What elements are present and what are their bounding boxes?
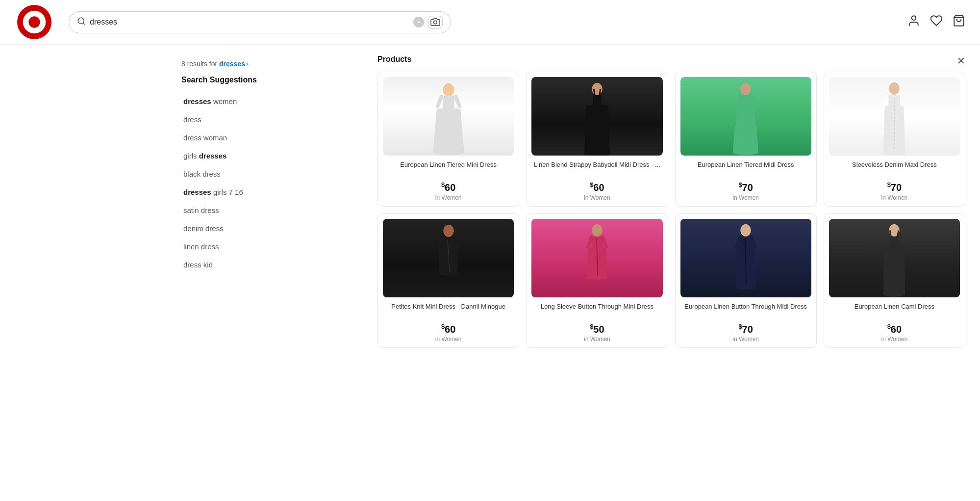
account-icon[interactable] xyxy=(907,14,920,30)
header-icons xyxy=(907,14,965,30)
target-logo[interactable] xyxy=(15,5,54,39)
search-input[interactable] xyxy=(90,18,409,26)
search-bar: × xyxy=(69,11,451,33)
svg-point-2 xyxy=(28,16,40,27)
camera-icon[interactable] xyxy=(428,16,443,29)
search-icon xyxy=(77,17,86,28)
svg-point-6 xyxy=(912,16,916,20)
clear-icon[interactable]: × xyxy=(413,17,424,27)
header: × xyxy=(0,0,980,45)
svg-point-5 xyxy=(434,21,437,24)
cart-icon[interactable] xyxy=(953,14,965,30)
wishlist-icon[interactable] xyxy=(930,14,943,30)
svg-line-4 xyxy=(83,23,84,24)
